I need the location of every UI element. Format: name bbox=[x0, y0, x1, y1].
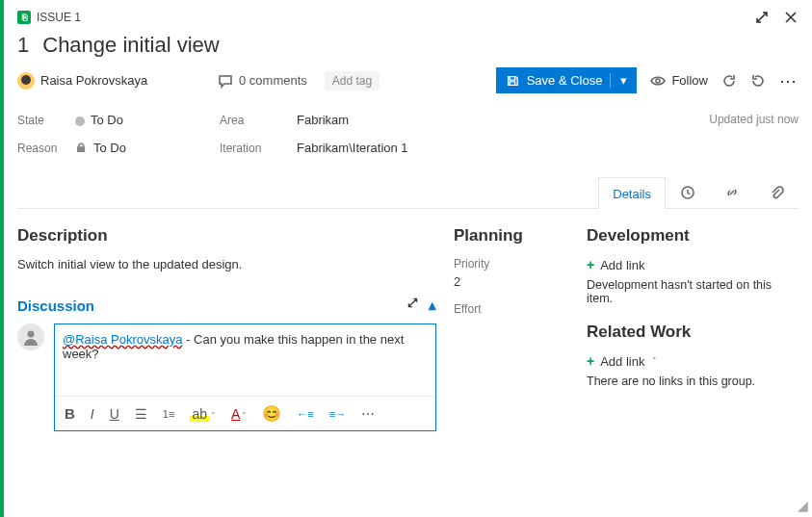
accent-bar bbox=[0, 0, 4, 517]
description-body[interactable]: Switch initial view to the updated desig… bbox=[17, 257, 436, 271]
related-add-link[interactable]: +Add link ˅ bbox=[587, 353, 799, 369]
editor-toolbar: B I U ☰ 1≡ ab˅ A˅ 😊 ←≡ ≡→ ⋯ bbox=[55, 396, 435, 430]
comment-editor[interactable]: @Raisa Pokrovskaya - Can you make this h… bbox=[54, 323, 436, 431]
plus-icon: + bbox=[587, 353, 594, 369]
bulleted-list-button[interactable]: ☰ bbox=[135, 406, 147, 422]
area-picker[interactable]: Fabrikam bbox=[297, 113, 489, 127]
issue-label: ISSUE 1 bbox=[37, 11, 81, 24]
underline-button[interactable]: U bbox=[110, 406, 119, 422]
save-and-close-button[interactable]: Save & Close ▾ bbox=[496, 67, 638, 93]
tab-attachments[interactable] bbox=[754, 176, 799, 208]
planning-heading: Planning bbox=[454, 226, 569, 246]
effort-label: Effort bbox=[454, 302, 569, 316]
chevron-down-icon: ˅ bbox=[652, 356, 657, 366]
state-dot-icon bbox=[75, 116, 85, 126]
issue-type-badge: ⎘ ISSUE 1 bbox=[17, 11, 81, 24]
add-tag-button[interactable]: Add tag bbox=[325, 71, 380, 90]
eye-icon bbox=[650, 73, 666, 89]
priority-value[interactable]: 2 bbox=[454, 274, 569, 289]
follow-button[interactable]: Follow bbox=[650, 73, 708, 89]
development-heading: Development bbox=[587, 226, 799, 246]
refresh-icon[interactable] bbox=[721, 73, 737, 89]
toolbar-more-button[interactable]: ⋯ bbox=[361, 406, 375, 422]
tab-details[interactable]: Details bbox=[598, 177, 666, 209]
comment-icon bbox=[218, 73, 233, 89]
tab-history[interactable] bbox=[666, 176, 710, 208]
development-helper: Development hasn't started on this item. bbox=[587, 278, 799, 305]
area-label: Area bbox=[220, 114, 297, 127]
state-label: State bbox=[17, 114, 75, 127]
person-icon bbox=[21, 327, 40, 347]
description-heading: Description bbox=[17, 226, 436, 246]
expand-icon[interactable] bbox=[754, 10, 770, 25]
save-label: Save & Close bbox=[527, 73, 603, 88]
highlight-button[interactable]: ab˅ bbox=[190, 406, 216, 422]
issue-icon: ⎘ bbox=[17, 11, 31, 24]
attachment-icon bbox=[769, 185, 784, 200]
link-icon bbox=[724, 185, 740, 200]
iteration-picker[interactable]: Fabrikam\Iteration 1 bbox=[297, 141, 489, 155]
bold-button[interactable]: B bbox=[65, 405, 75, 422]
discussion-heading: Discussion bbox=[17, 297, 94, 314]
font-color-button[interactable]: A˅ bbox=[231, 406, 247, 422]
related-work-heading: Related Work bbox=[587, 323, 799, 342]
updated-timestamp: Updated just now bbox=[709, 113, 799, 155]
comments-button[interactable]: 0 comments bbox=[218, 73, 307, 89]
lock-icon: 🔒︎ bbox=[75, 141, 88, 155]
outdent-button[interactable]: ←≡ bbox=[297, 408, 313, 420]
numbered-list-button[interactable]: 1≡ bbox=[163, 408, 175, 420]
related-helper: There are no links in this group. bbox=[587, 375, 799, 388]
undo-icon[interactable] bbox=[750, 73, 766, 89]
svg-point-0 bbox=[656, 79, 660, 83]
close-icon[interactable] bbox=[783, 10, 799, 25]
history-icon bbox=[680, 185, 695, 200]
emoji-button[interactable]: 😊 bbox=[262, 404, 281, 423]
more-actions-button[interactable]: ⋯ bbox=[779, 70, 799, 91]
work-item-id: 1 bbox=[17, 33, 29, 58]
svg-point-2 bbox=[28, 331, 35, 338]
state-picker[interactable]: To Do bbox=[75, 113, 220, 127]
plus-icon: + bbox=[587, 257, 594, 272]
save-icon bbox=[506, 74, 519, 88]
reason-picker[interactable]: 🔒︎To Do bbox=[75, 141, 220, 155]
indent-button[interactable]: ≡→ bbox=[329, 408, 346, 420]
comment-text-area[interactable]: @Raisa Pokrovskaya - Can you make this h… bbox=[55, 324, 435, 396]
development-add-link[interactable]: +Add link bbox=[587, 257, 799, 272]
discussion-collapse-icon[interactable]: ▴ bbox=[429, 297, 436, 314]
work-item-title[interactable]: Change initial view bbox=[42, 33, 219, 58]
avatar-icon bbox=[17, 72, 35, 90]
discussion-expand-icon[interactable] bbox=[406, 297, 419, 309]
comment-mention[interactable]: @Raisa Pokrovskaya bbox=[63, 332, 182, 347]
comment-avatar bbox=[17, 323, 44, 350]
reason-label: Reason bbox=[17, 142, 75, 155]
tab-links[interactable] bbox=[710, 176, 754, 208]
comments-count: 0 comments bbox=[239, 73, 307, 88]
resize-grip-icon[interactable]: ◢ bbox=[798, 498, 808, 513]
iteration-label: Iteration bbox=[220, 142, 297, 155]
priority-label: Priority bbox=[454, 257, 569, 271]
italic-button[interactable]: I bbox=[91, 406, 94, 422]
follow-label: Follow bbox=[671, 73, 708, 88]
assignee-name: Raisa Pokrovskaya bbox=[40, 73, 147, 88]
assignee-picker[interactable]: Raisa Pokrovskaya bbox=[17, 72, 200, 90]
save-dropdown-caret[interactable]: ▾ bbox=[610, 73, 627, 88]
